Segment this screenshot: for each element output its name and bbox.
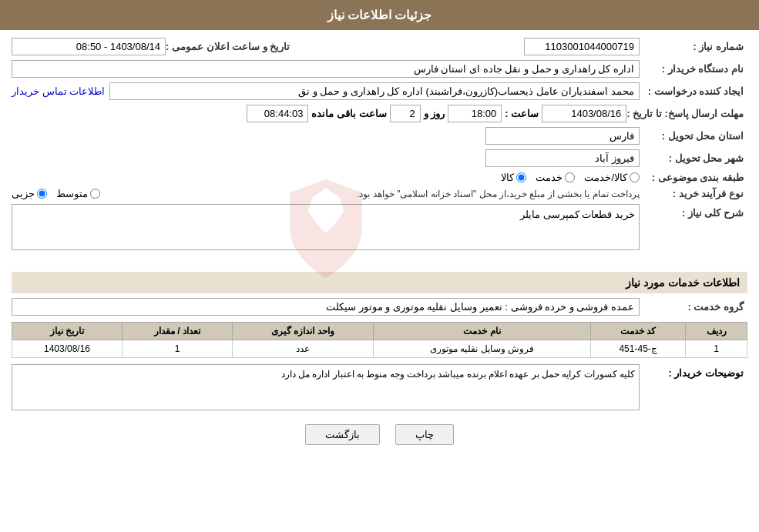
namdastgah-label: نام دستگاه خریدار : xyxy=(640,63,747,75)
ostan-label: استان محل تحویل : xyxy=(640,130,747,142)
page-header: جزئیات اطلاعات نیاز xyxy=(0,0,759,30)
cell-radif: 1 xyxy=(686,340,747,358)
shahr-row: شهر محل تحویل : فیروز آباد xyxy=(12,149,747,167)
col-vahed: واحد اندازه گیری xyxy=(232,323,373,340)
shomara-row: شماره نیاز : 1103001044000719 تاریخ و سا… xyxy=(12,38,747,55)
cell-tedad: 1 xyxy=(123,340,233,358)
saat-label: ساعت : xyxy=(505,108,539,119)
mohlat-row: مهلت ارسال پاسخ: تا تاریخ : 1403/08/16 س… xyxy=(12,105,747,122)
nevefraind-radios: متوسط جزیی xyxy=(12,188,100,199)
baghi-label: ساعت باقی مانده xyxy=(311,108,386,119)
grooh-khedmat-row: گروه خدمت : عمده فروشی و خرده فروشی : تع… xyxy=(12,298,747,316)
radio-jozii[interactable] xyxy=(37,189,47,199)
bazgasht-button[interactable]: بازگشت xyxy=(305,424,380,445)
mohlat-label: مهلت ارسال پاسخ: تا تاریخ : xyxy=(626,108,747,119)
tozihat-row: توضیحات خریدار : xyxy=(12,364,747,413)
shahr-value: فیروز آباد xyxy=(485,149,640,167)
radio-motovaset-item: متوسط xyxy=(56,188,100,199)
tozihat-textarea[interactable] xyxy=(12,364,640,410)
services-header: اطلاعات خدمات مورد نیاز xyxy=(12,272,747,293)
services-table: ردیف کد خدمت نام خدمت واحد اندازه گیری ت… xyxy=(12,322,747,358)
tarikh-aalan-value: 1403/08/14 - 08:50 xyxy=(12,38,166,55)
page-title: جزئیات اطلاعات نیاز xyxy=(327,8,432,22)
col-radif: ردیف xyxy=(686,323,747,340)
radio-motovaset-label: متوسط xyxy=(56,188,88,199)
radio-kala-khedmat[interactable] xyxy=(630,172,640,182)
tarikh-aalan-label: تاریخ و ساعت اعلان عمومی : xyxy=(166,41,294,52)
col-nam-khedmat: نام خدمت xyxy=(374,323,591,340)
radio-kala[interactable] xyxy=(516,172,526,182)
shomara-value: 1103001044000719 xyxy=(524,38,640,55)
rooz-value: 2 xyxy=(390,105,421,122)
nevefraind-label: نوع فرآیند خرید : xyxy=(640,188,747,199)
radio-motovaset[interactable] xyxy=(90,189,100,199)
ijadkonande-row: ایجاد کننده درخواست : محمد اسفندیاران عا… xyxy=(12,82,747,100)
rooz-label: روز و xyxy=(424,108,445,119)
tozihat-label: توضیحات خریدار : xyxy=(640,364,747,379)
radio-jozii-label: جزیی xyxy=(12,188,35,199)
nevefraind-row: نوع فرآیند خرید : پرداخت تمام یا بخشی از… xyxy=(12,188,747,199)
ijadkonande-label: ایجاد کننده درخواست : xyxy=(640,85,747,97)
tabeebandi-radios: کالا/خدمت خدمت کالا xyxy=(501,172,640,183)
ijadkonande-value: محمد اسفندیاران عامل ذیحساب(کازرون،فراشب… xyxy=(109,82,640,100)
grooh-khedmat-label: گروه خدمت : xyxy=(640,301,747,313)
cell-tarikh: 1403/08/16 xyxy=(12,340,123,358)
radio-jozii-item: جزیی xyxy=(12,188,47,199)
radio-kala-label: کالا xyxy=(501,172,514,183)
ostan-value: فارس xyxy=(485,127,640,145)
watermark-shield xyxy=(280,175,372,283)
buttons-row: چاپ بازگشت xyxy=(12,424,747,445)
col-tedad: تعداد / مقدار xyxy=(123,323,233,340)
radio-khedmat-label: خدمت xyxy=(536,172,563,183)
content-area: شماره نیاز : 1103001044000719 تاریخ و سا… xyxy=(0,30,759,460)
shahr-label: شهر محل تحویل : xyxy=(640,152,747,164)
nevefraind-desc: پرداخت تمام یا بخشی از مبلغ خرید،از محل … xyxy=(106,189,640,199)
col-tarikh: تاریخ نیاز xyxy=(12,323,123,340)
cell-nam-khedmat: فروش وسایل نقلیه موتوری xyxy=(374,340,591,358)
radio-khedmat[interactable] xyxy=(565,172,575,182)
ostan-row: استان محل تحویل : فارس xyxy=(12,127,747,145)
radio-kala-khedmat-item: کالا/خدمت xyxy=(584,172,640,183)
radio-khedmat-item: خدمت xyxy=(536,172,575,183)
namdastgah-row: نام دستگاه خریدار : اداره کل راهداری و ح… xyxy=(12,60,747,78)
mohlat-date: 1403/08/16 xyxy=(542,105,626,122)
chap-button[interactable]: چاپ xyxy=(395,424,454,445)
saat-value: 18:00 xyxy=(448,105,502,122)
table-row: 1 ج-45-451 فروش وسایل نقلیه موتوری عدد 1… xyxy=(12,340,747,358)
radio-kala-khedmat-label: کالا/خدمت xyxy=(584,172,627,183)
cell-kod-khedmat: ج-45-451 xyxy=(591,340,686,358)
cell-vahed: عدد xyxy=(232,340,373,358)
grooh-khedmat-value: عمده فروشی و خرده فروشی : تعمیر وسایل نق… xyxy=(12,298,640,316)
services-table-container: ردیف کد خدمت نام خدمت واحد اندازه گیری ت… xyxy=(12,322,747,358)
ijadkonande-link[interactable]: اطلاعات تماس خریدار xyxy=(12,85,105,97)
sharh-label: شرح کلی نیاز : xyxy=(640,204,747,219)
namdastgah-value: اداره کل راهداری و حمل و نقل جاده ای است… xyxy=(12,60,640,78)
radio-kala-item: کالا xyxy=(501,172,526,183)
sharh-row: شرح کلی نیاز : خرید قطعات کمپرسی مایلر xyxy=(12,204,747,266)
page-container: جزئیات اطلاعات نیاز شماره نیاز : 1103001… xyxy=(0,0,759,532)
table-header-row: ردیف کد خدمت نام خدمت واحد اندازه گیری ت… xyxy=(12,323,747,340)
col-kod-khedmat: کد خدمت xyxy=(591,323,686,340)
tabeebandi-row: طبقه بندی موضوعی : کالا/خدمت خدمت کالا xyxy=(12,172,747,183)
shomara-label: شماره نیاز : xyxy=(640,41,747,52)
tabeebandi-label: طبقه بندی موضوعی : xyxy=(640,172,747,183)
baghi-value: 08:44:03 xyxy=(247,105,308,122)
